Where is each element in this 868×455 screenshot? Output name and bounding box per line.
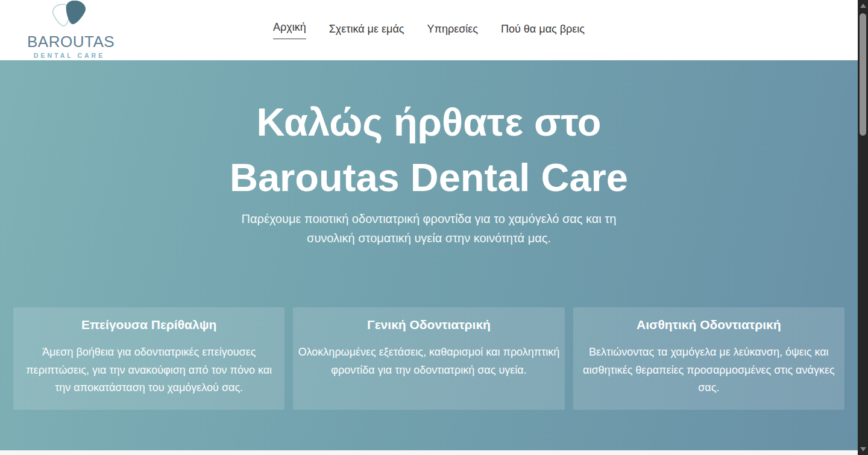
next-section-edge — [0, 450, 858, 455]
scrollbar-down-arrow-icon[interactable] — [860, 447, 866, 451]
card-title: Αισθητική Οδοντιατρική — [578, 318, 840, 332]
nav-link-about[interactable]: Σχετικά με εμάς — [329, 23, 404, 37]
scrollbar[interactable] — [858, 0, 868, 455]
nav-link-find-us[interactable]: Πού θα μας βρεις — [501, 23, 585, 37]
main-nav: Αρχική Σχετικά με εμάς Υπηρεσίες Πού θα … — [0, 0, 858, 60]
scrollbar-up-arrow-icon[interactable] — [860, 4, 866, 8]
brand-tagline: DENTAL CARE — [27, 52, 112, 59]
tooth-logo-icon — [50, 1, 89, 34]
nav-link-services[interactable]: Υπηρεσίες — [427, 23, 478, 37]
brand-logo[interactable]: BAROUTAS DENTAL CARE — [27, 1, 112, 59]
site-header: BAROUTAS DENTAL CARE Αρχική Σχετικά με ε… — [0, 0, 858, 60]
service-card-emergency: Επείγουσα Περίθαλψη Άμεση βοήθεια για οδ… — [13, 307, 285, 410]
hero-section: Καλώς ήρθατε στο Baroutas Dental Care Πα… — [0, 60, 858, 450]
card-body: Ολοκληρωμένες εξετάσεις, καθαρισμοί και … — [298, 344, 559, 379]
card-title: Επείγουσα Περίθαλψη — [18, 318, 280, 332]
card-title: Γενική Οδοντιατρική — [298, 318, 559, 332]
service-cards-row: Επείγουσα Περίθαλψη Άμεση βοήθεια για οδ… — [0, 307, 858, 410]
page: BAROUTAS DENTAL CARE Αρχική Σχετικά με ε… — [0, 0, 858, 455]
card-body: Άμεση βοήθεια για οδοντιατρικές επείγουσ… — [18, 344, 280, 397]
service-card-general: Γενική Οδοντιατρική Ολοκληρωμένες εξετάσ… — [293, 307, 564, 410]
hero-subtitle: Παρέχουμε ποιοτική οδοντιατρική φροντίδα… — [230, 209, 628, 248]
hero-title: Καλώς ήρθατε στο Baroutas Dental Care — [0, 60, 858, 205]
nav-link-home[interactable]: Αρχική — [273, 21, 306, 40]
hero-title-line2: Baroutas Dental Care — [0, 150, 858, 206]
card-body: Βελτιώνοντας τα χαμόγελα με λεύκανση, όψ… — [578, 344, 840, 397]
brand-name: BAROUTAS — [27, 34, 112, 50]
scrollbar-thumb[interactable] — [860, 13, 866, 136]
hero-title-line1: Καλώς ήρθατε στο — [0, 95, 858, 150]
service-card-cosmetic: Αισθητική Οδοντιατρική Βελτιώνοντας τα χ… — [573, 307, 844, 410]
